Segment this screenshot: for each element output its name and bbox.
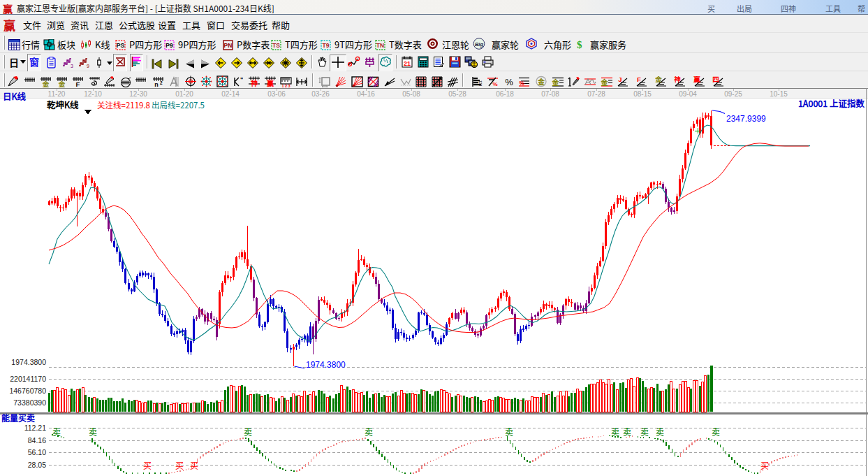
svg-text:04-16: 04-16: [357, 90, 375, 98]
svg-text:21: 21: [404, 60, 411, 67]
svg-text:卖: 卖: [640, 426, 649, 438]
svg-text:1974.3800: 1974.3800: [11, 358, 46, 366]
svg-text:四: 四: [712, 76, 719, 84]
svg-text:PN: PN: [224, 42, 233, 49]
svg-text:赢: 赢: [693, 76, 700, 84]
svg-text:金: 金: [552, 77, 560, 87]
svg-text:卖: 卖: [611, 426, 619, 438]
svg-text:PS: PS: [117, 42, 125, 49]
svg-text:能量买卖: 能量买卖: [1, 412, 35, 424]
svg-text:买: 买: [760, 459, 769, 471]
svg-text:卖: 卖: [89, 426, 97, 438]
svg-text:2347.9399: 2347.9399: [726, 114, 766, 124]
svg-text:1A0001 上证指数: 1A0001 上证指数: [798, 96, 865, 110]
svg-text:出局线=2207.5: 出局线=2207.5: [152, 99, 205, 110]
svg-text:%: %: [519, 80, 524, 87]
svg-text:10-15: 10-15: [770, 90, 788, 98]
svg-text:146760780: 146760780: [9, 387, 46, 395]
svg-text:Big: Big: [475, 41, 484, 48]
svg-text:12-30: 12-30: [129, 90, 147, 98]
svg-text:F: F: [637, 76, 641, 83]
svg-text:220141170: 220141170: [10, 375, 46, 383]
svg-text:112.21: 112.21: [24, 424, 46, 432]
svg-text:买: 买: [175, 459, 184, 471]
svg-text:金: 金: [58, 79, 66, 87]
svg-text:乾坤K线: 乾坤K线: [47, 98, 79, 111]
svg-text:01-20: 01-20: [175, 90, 193, 98]
svg-text:关注线=2119.8: 关注线=2119.8: [97, 99, 150, 110]
svg-text:卖: 卖: [244, 426, 252, 438]
svg-text:2: 2: [160, 80, 163, 85]
svg-text:1974.3800: 1974.3800: [306, 360, 346, 370]
svg-text:卖: 卖: [505, 426, 513, 438]
svg-text:1 2 3: 1 2 3: [281, 84, 290, 88]
svg-text:05-28: 05-28: [448, 90, 466, 98]
svg-text:03-06: 03-06: [267, 90, 286, 98]
svg-text:金: 金: [537, 76, 545, 87]
svg-text:n: n: [154, 81, 159, 87]
svg-text:卖: 卖: [623, 426, 631, 438]
svg-text:T9: T9: [323, 42, 330, 49]
svg-text:": ": [240, 76, 243, 83]
svg-text:08-15: 08-15: [633, 90, 652, 98]
svg-text:神: 神: [674, 76, 681, 84]
svg-text:9: 9: [87, 64, 89, 68]
svg-text:金: 金: [42, 79, 50, 87]
svg-text:12-10: 12-10: [84, 90, 102, 98]
svg-text:07-08: 07-08: [541, 90, 559, 98]
svg-text:卖: 卖: [52, 426, 61, 438]
svg-text:09-04: 09-04: [679, 90, 697, 98]
svg-text:09-25: 09-25: [724, 90, 742, 98]
svg-text:03-26: 03-26: [311, 90, 330, 98]
svg-text:123: 123: [478, 80, 483, 87]
svg-text:J: J: [618, 76, 621, 83]
svg-text:%: %: [492, 81, 497, 87]
svg-text:06-18: 06-18: [496, 90, 514, 98]
svg-text:卖: 卖: [365, 426, 373, 438]
svg-text:F: F: [76, 80, 80, 87]
svg-text:P9: P9: [165, 42, 173, 49]
svg-text:金: 金: [655, 76, 662, 84]
svg-text:3: 3: [71, 64, 73, 68]
svg-text:买: 买: [143, 459, 152, 471]
svg-text:窗: 窗: [29, 56, 39, 68]
svg-text:TS: TS: [272, 42, 280, 49]
svg-text:买: 买: [190, 459, 198, 471]
svg-text:卖: 卖: [712, 426, 720, 438]
svg-text:02-14: 02-14: [221, 90, 240, 98]
svg-text:84.16: 84.16: [28, 436, 46, 445]
svg-text:28.05: 28.05: [28, 461, 46, 469]
svg-text:神: 神: [251, 78, 258, 87]
svg-text:%: %: [505, 77, 513, 87]
svg-text:05-08: 05-08: [402, 90, 420, 98]
svg-text:TN: TN: [376, 42, 384, 49]
svg-text:卖: 卖: [656, 426, 664, 438]
svg-text:日K线: 日K线: [3, 89, 27, 103]
svg-text:56.10: 56.10: [28, 448, 46, 456]
svg-text:金: 金: [601, 77, 609, 87]
svg-text:73380390: 73380390: [13, 398, 46, 407]
svg-text:赢: 赢: [267, 78, 274, 87]
svg-text:07-28: 07-28: [587, 90, 605, 98]
svg-text:11-20: 11-20: [48, 90, 66, 98]
